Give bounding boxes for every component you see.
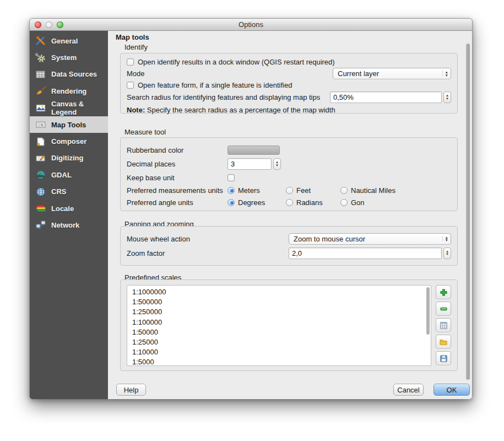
help-button[interactable]: Help <box>116 384 146 396</box>
zoom-button[interactable] <box>57 21 63 28</box>
radio-degrees[interactable]: Degrees <box>227 198 286 207</box>
search-radius-spinner[interactable] <box>443 92 451 103</box>
radio-gon[interactable]: Gon <box>340 198 365 207</box>
add-scale-button[interactable] <box>436 285 451 299</box>
note-prefix: Note: <box>127 106 145 114</box>
scale-item[interactable]: 1:100000 <box>132 318 431 327</box>
identify-groupbox: Open identify results in a dock window (… <box>120 53 458 114</box>
decimal-places-spinner[interactable] <box>273 158 281 170</box>
dock-window-label: Open identify results in a dock window (… <box>138 58 335 66</box>
options-sidebar: General System Data Sources <box>30 31 108 399</box>
feature-form-label: Open feature form, if a single feature i… <box>138 81 292 89</box>
measurement-units-label: Preferred measurements units <box>127 186 227 195</box>
sidebar-item-label: Digitizing <box>51 154 84 162</box>
scale-item[interactable]: 1:1000000 <box>132 287 431 297</box>
radio-radians-icon <box>286 199 293 206</box>
measure-groupbox: Rubberband color Decimal places Keep bas… <box>120 137 458 211</box>
sidebar-item-crs[interactable]: CRS <box>30 184 108 200</box>
sidebar-item-label: CRS <box>51 187 66 196</box>
list-scrollbar[interactable] <box>426 287 430 335</box>
scale-item[interactable]: 1:10000 <box>132 347 431 357</box>
sidebar-item-canvas-legend[interactable]: Canvas & Legend <box>30 100 108 116</box>
sidebar-item-composer[interactable]: Composer <box>30 133 108 149</box>
dock-window-checkbox[interactable] <box>127 58 134 66</box>
dropdown-stepper-icon <box>442 236 448 242</box>
rendering-icon <box>35 85 47 96</box>
window-title: Options <box>239 20 263 29</box>
radio-feet[interactable]: Feet <box>286 186 340 195</box>
ok-button[interactable]: OK <box>433 384 470 396</box>
scale-item[interactable]: 1:25000 <box>132 337 431 347</box>
mouse-wheel-dropdown[interactable]: Zoom to mouse cursor <box>289 233 451 245</box>
sidebar-item-label: Rendering <box>51 87 86 95</box>
desktop-background: Options General System <box>0 0 504 441</box>
remove-scale-button[interactable] <box>436 302 451 316</box>
scale-item[interactable]: 1:50000 <box>132 327 431 337</box>
digitizing-icon <box>35 153 47 164</box>
predefined-scales-list[interactable]: 1:1000000 1:500000 1:250000 1:100000 1:5… <box>127 285 431 366</box>
save-icon <box>440 354 448 363</box>
cancel-button-label: Cancel <box>397 386 419 394</box>
title-bar[interactable]: Options <box>30 19 472 31</box>
map-tools-panel: Map tools Identify Open identify results… <box>108 31 472 399</box>
export-scales-button[interactable] <box>436 351 451 365</box>
radio-nautical-miles-label: Nautical Miles <box>351 186 395 195</box>
feature-form-checkbox[interactable] <box>127 82 134 89</box>
radio-nautical-miles-icon <box>340 187 348 194</box>
minimize-button[interactable] <box>46 21 52 28</box>
sidebar-item-map-tools[interactable]: Map Tools <box>30 116 108 133</box>
radio-radians-label: Radians <box>296 198 323 207</box>
keep-base-unit-checkbox[interactable] <box>227 174 235 181</box>
mouse-wheel-value: Zoom to mouse cursor <box>294 235 365 243</box>
mode-label: Mode <box>127 69 145 78</box>
radio-gon-label: Gon <box>351 198 365 207</box>
gdal-icon: GDAL <box>35 169 47 180</box>
mode-dropdown[interactable]: Current layer <box>333 68 451 79</box>
sidebar-item-network[interactable]: Network <box>30 217 108 233</box>
scale-item[interactable]: 1:5000 <box>132 357 431 366</box>
decimal-places-label: Decimal places <box>127 160 227 168</box>
network-icon <box>35 219 47 230</box>
crs-icon <box>35 186 47 197</box>
cancel-button[interactable]: Cancel <box>393 384 424 396</box>
import-scales-button[interactable] <box>436 335 451 349</box>
sidebar-item-label: GDAL <box>51 171 72 179</box>
sidebar-item-system[interactable]: System <box>30 49 108 66</box>
decimal-places-input[interactable] <box>227 158 272 170</box>
scale-item[interactable]: 1:500000 <box>132 297 431 307</box>
panning-groupbox: Mouse wheel action Zoom to mouse cursor … <box>120 226 458 266</box>
default-scales-button[interactable] <box>436 318 451 332</box>
sidebar-item-gdal[interactable]: GDAL GDAL <box>30 166 108 183</box>
main-scrollbar[interactable] <box>466 44 470 380</box>
page-title: Map tools <box>116 33 149 41</box>
sidebar-item-label: Data Sources <box>51 70 97 78</box>
identify-section-label: Identify <box>124 43 148 51</box>
sidebar-item-label: Map Tools <box>51 121 86 129</box>
measure-section-label: Measure tool <box>124 128 166 136</box>
angle-units-label: Preferred angle units <box>127 198 227 207</box>
radio-radians[interactable]: Radians <box>286 198 340 207</box>
scale-item[interactable]: 1:250000 <box>132 307 431 317</box>
rubberband-color-button[interactable] <box>227 146 280 155</box>
keep-base-unit-label: Keep base unit <box>127 174 227 182</box>
minus-icon <box>440 305 448 313</box>
sidebar-item-general[interactable]: General <box>30 33 108 49</box>
search-radius-input[interactable] <box>330 92 442 103</box>
sidebar-item-data-sources[interactable]: Data Sources <box>30 66 108 83</box>
general-icon <box>35 35 47 46</box>
zoom-factor-input[interactable] <box>289 248 442 259</box>
zoom-factor-spinner[interactable] <box>443 248 451 259</box>
system-icon <box>35 52 47 63</box>
sidebar-item-label: Network <box>51 221 79 229</box>
rubberband-label: Rubberband color <box>127 146 227 154</box>
sidebar-item-locale[interactable]: Locale <box>30 200 108 217</box>
search-radius-label: Search radius for identifying features a… <box>127 93 320 101</box>
sidebar-item-digitizing[interactable]: Digitizing <box>30 150 108 166</box>
data-sources-icon <box>35 69 47 80</box>
radio-nautical-miles[interactable]: Nautical Miles <box>340 186 395 195</box>
sidebar-item-rendering[interactable]: Rendering <box>30 83 108 99</box>
svg-text:GDAL: GDAL <box>37 174 45 178</box>
close-button[interactable] <box>35 21 41 28</box>
radio-meters[interactable]: Meters <box>227 186 286 195</box>
options-dialog: Options General System <box>29 18 473 399</box>
